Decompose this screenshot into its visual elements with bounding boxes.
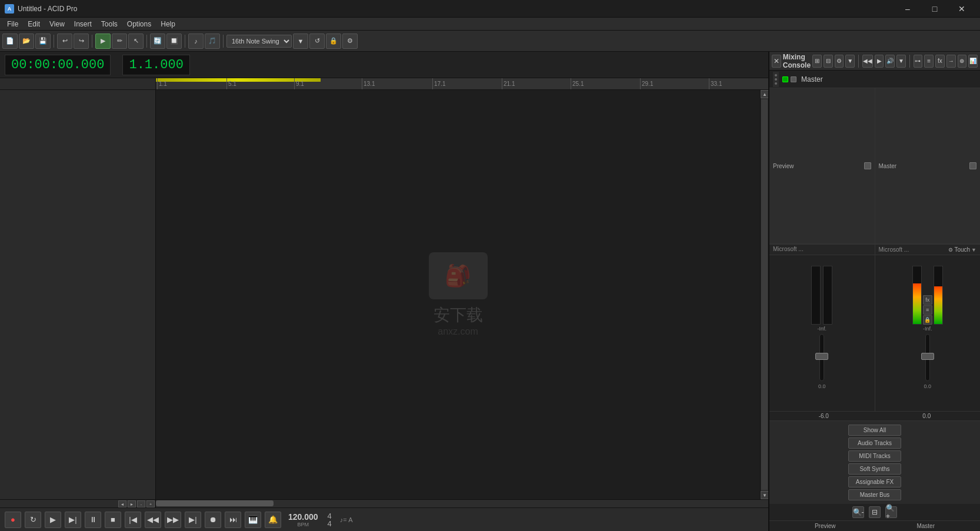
pitch-label: ♪= A [340, 516, 353, 523]
preview-square[interactable] [864, 162, 871, 169]
play-from-start[interactable]: ▶| [65, 512, 81, 528]
menu-tools[interactable]: Tools [96, 19, 122, 29]
master-fader-track[interactable] [925, 334, 930, 381]
mc-grid[interactable]: ⊞ [812, 55, 822, 68]
menu-insert[interactable]: Insert [69, 19, 96, 29]
mc-pan[interactable]: ⊶ [914, 55, 923, 68]
zoom-out-button[interactable]: - [137, 500, 145, 507]
preview-db-bottom: -6.0 [819, 413, 829, 419]
watermark-sub: anxz.com [429, 326, 488, 337]
snap-button[interactable]: 🔲 [166, 34, 182, 49]
menu-edit[interactable]: Edit [23, 19, 45, 29]
midi-record[interactable]: 🎹 [245, 512, 261, 528]
rewind-button[interactable]: |◀ [125, 512, 141, 528]
master-lock-button[interactable]: 🔒 [923, 315, 932, 325]
menu-view[interactable]: View [45, 19, 69, 29]
master-inf-label: -Inf. [923, 326, 932, 332]
mc-channel-check[interactable] [782, 76, 788, 82]
punch-out[interactable]: ⏭ [225, 512, 241, 528]
loop-transport-button[interactable]: ↻ [25, 512, 41, 528]
fast-forward[interactable]: ▶▶ [165, 512, 181, 528]
mc-send[interactable]: → [946, 55, 956, 68]
draw-button[interactable]: ✏ [112, 34, 127, 49]
soft-synths-button[interactable]: Soft Synths [848, 463, 901, 475]
enable-button[interactable]: ▶ [95, 34, 111, 49]
punch-in[interactable]: ⏺ [205, 512, 221, 528]
menubar: File Edit View Insert Tools Options Help [0, 18, 980, 31]
fast-rewind[interactable]: ◀◀ [145, 512, 161, 528]
minimize-button[interactable]: – [894, 0, 921, 18]
metronome[interactable]: 🔔 [265, 512, 281, 528]
new-button[interactable]: 📄 [2, 34, 18, 49]
zoom-in-button[interactable]: + [146, 500, 155, 507]
mc-arrow-down[interactable]: ▼ [845, 55, 855, 68]
preview-fader-thumb[interactable] [815, 353, 828, 360]
ruler-tick-17: 17.1 [432, 78, 445, 89]
mc-channel-square[interactable] [791, 76, 796, 82]
goto-end[interactable]: ▶| [185, 512, 201, 528]
mc-meter[interactable]: 📊 [968, 55, 978, 68]
mc-close[interactable]: ✕ [772, 55, 781, 68]
master-fader-thumb[interactable] [921, 353, 934, 360]
refresh-button[interactable]: ↺ [309, 34, 325, 49]
mc-settings[interactable]: ⚙ [835, 55, 844, 68]
scroll-right-button[interactable]: ► [128, 500, 136, 507]
select-button[interactable]: ↖ [128, 34, 144, 49]
undo-button[interactable]: ↩ [57, 34, 72, 49]
menu-file[interactable]: File [2, 19, 23, 29]
master-bus-button[interactable]: Master Bus [848, 489, 901, 500]
mc-volume[interactable]: 🔊 [885, 55, 895, 68]
swing-selector[interactable]: 16th Note Swing [226, 35, 292, 48]
loop-button[interactable]: 🔄 [150, 34, 165, 49]
assignable-fx-button[interactable]: Assignable FX [848, 476, 901, 487]
titlebar-controls: – □ ✕ [894, 0, 975, 18]
zoom-out-mc[interactable]: 🔍- [852, 506, 864, 518]
scroll-up-button[interactable]: ▲ [761, 90, 768, 98]
open-button[interactable]: 📂 [19, 34, 34, 49]
master-eq-button[interactable]: ≡ [923, 305, 932, 315]
midi-button[interactable]: ♪ [188, 34, 204, 49]
save-button[interactable]: 💾 [35, 34, 51, 49]
menu-help[interactable]: Help [156, 19, 180, 29]
zoom-reset-mc[interactable]: ⊟ [869, 506, 881, 518]
stop-button[interactable]: ■ [105, 512, 121, 528]
audio-tracks-button[interactable]: Audio Tracks [848, 438, 901, 449]
show-all-button[interactable]: Show All [848, 425, 901, 436]
track-timeline[interactable]: 🎒 安下载 anxz.com [156, 90, 760, 499]
lock-button[interactable]: 🔒 [326, 34, 341, 49]
toolbar: 📄 📂 💾 ↩ ↪ ▶ ✏ ↖ 🔄 🔲 ♪ 🎵 16th Note Swing … [0, 31, 980, 52]
scroll-down-button[interactable]: ▼ [761, 491, 768, 499]
h-scrollbar-track[interactable] [156, 500, 768, 507]
vertical-scrollbar[interactable]: ▲ ▼ [760, 90, 768, 499]
close-button[interactable]: ✕ [948, 0, 975, 18]
audio-button[interactable]: 🎵 [205, 34, 220, 49]
settings-button[interactable]: ⚙ [342, 34, 358, 49]
bpm-label: BPM [298, 522, 309, 527]
mc-eq[interactable]: ≡ [924, 55, 934, 68]
record-button[interactable]: ● [5, 512, 21, 528]
scroll-left-button[interactable]: ◄ [118, 500, 126, 507]
preview-vu-left [811, 266, 821, 325]
zoom-in-mc[interactable]: 🔍+ [885, 506, 897, 518]
master-square[interactable] [969, 162, 976, 169]
maximize-button[interactable]: □ [921, 0, 948, 18]
mc-arrow-down2[interactable]: ▼ [896, 55, 906, 68]
ruler-content[interactable]: 1.1 5.1 9.1 13.1 17.1 21.1 25.1 29.1 33.… [156, 78, 768, 89]
filter-midi-row: MIDI Tracks [773, 450, 976, 462]
touch-dropdown[interactable]: ▼ [971, 247, 976, 253]
pause-button[interactable]: ⏸ [85, 512, 101, 528]
redo-button[interactable]: ↪ [74, 34, 89, 49]
play-button[interactable]: ▶ [45, 512, 61, 528]
mc-next[interactable]: ▶ [875, 55, 884, 68]
preview-fader-track[interactable] [819, 334, 824, 381]
horizontal-scrollbar[interactable]: ◄ ► - + [0, 499, 768, 507]
master-db-bottom: 0.0 [922, 413, 931, 419]
mc-fx[interactable]: fx [935, 55, 945, 68]
mc-prev[interactable]: ◀◀ [862, 55, 873, 68]
midi-tracks-button[interactable]: MIDI Tracks [848, 450, 901, 462]
mc-bus[interactable]: ⊕ [958, 55, 967, 68]
fx-button[interactable]: fx [923, 295, 932, 305]
menu-options[interactable]: Options [122, 19, 156, 29]
swing-expand[interactable]: ▼ [293, 34, 308, 49]
mc-expand[interactable]: ⊟ [824, 55, 833, 68]
